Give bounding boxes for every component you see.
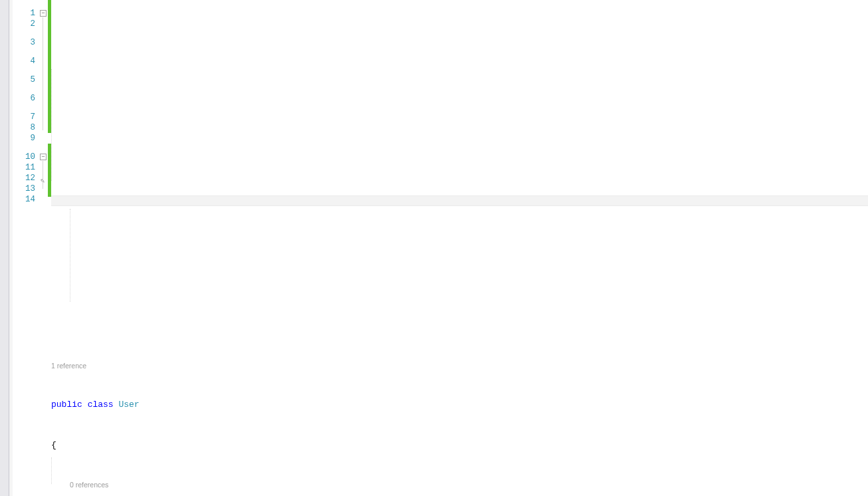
code-line[interactable]: public class User xyxy=(51,400,868,410)
line-number: 9 xyxy=(13,133,38,144)
indent-guide xyxy=(51,69,52,181)
line-number: 10 xyxy=(13,152,38,162)
codelens-link[interactable]: 1 reference xyxy=(51,362,868,370)
line-number: 4 xyxy=(13,56,38,66)
line-number: 7 xyxy=(13,112,38,122)
brace: { xyxy=(51,440,56,450)
line-number: 13 xyxy=(13,184,38,194)
fold-toggle[interactable] xyxy=(40,154,47,160)
vertical-scrollbar[interactable] xyxy=(0,0,9,496)
type-name: User xyxy=(118,400,139,410)
line-number: 14 xyxy=(13,194,38,205)
line-number: 2 xyxy=(13,19,38,29)
fold-line xyxy=(43,17,43,130)
fold-line xyxy=(43,161,43,189)
indent-guide xyxy=(51,457,52,484)
indent-guide xyxy=(70,209,70,302)
line-number-gutter: 1 2 3 4 5 6 7 8 9 10 11 12 13 14 ✎ xyxy=(13,0,38,496)
outline-margin xyxy=(38,0,51,496)
line-number: 1 xyxy=(13,8,38,19)
line-number: 11 xyxy=(13,162,38,173)
line-number: 8 xyxy=(13,122,38,133)
code-area[interactable]: 1 reference public class User { 0 refere… xyxy=(51,0,868,496)
code-editor[interactable]: 1 2 3 4 5 6 7 8 9 10 11 12 13 14 ✎ 1 ref xyxy=(0,0,868,496)
current-line-highlight xyxy=(51,195,868,206)
line-number: 12 xyxy=(13,173,38,184)
keyword: public xyxy=(51,400,82,410)
code-line[interactable]: { xyxy=(51,440,868,451)
fold-toggle[interactable] xyxy=(40,10,47,17)
codelens-link[interactable]: 0 references xyxy=(51,481,868,489)
line-number: 5 xyxy=(13,74,38,85)
keyword: class xyxy=(88,400,114,410)
line-number: 3 xyxy=(13,37,38,48)
line-number: 6 xyxy=(13,93,38,104)
